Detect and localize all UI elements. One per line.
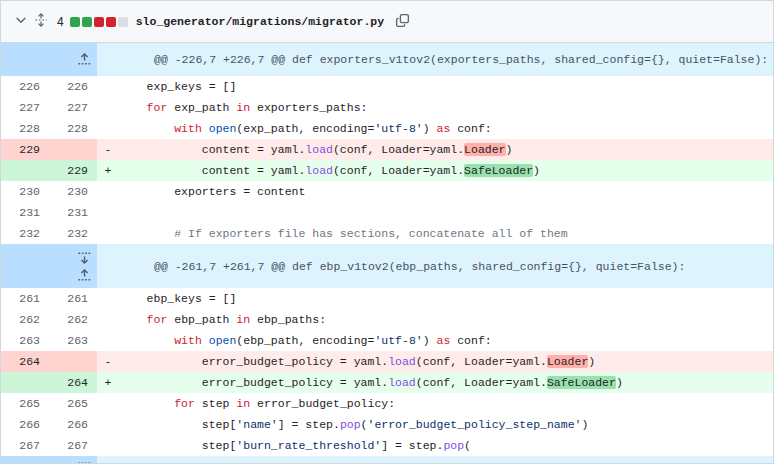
code-segment: load xyxy=(388,376,416,389)
diff-line: 261261 ebp_keys = [] xyxy=(1,288,773,309)
new-line-number[interactable] xyxy=(49,351,97,372)
old-line-number[interactable]: 230 xyxy=(1,181,49,202)
new-line-number[interactable]: 230 xyxy=(49,181,97,202)
expand-down-button[interactable] xyxy=(75,248,93,266)
diff-line: 226226 exp_keys = [] xyxy=(1,76,773,97)
hunk-expander-gutter xyxy=(1,456,97,464)
old-line-number[interactable] xyxy=(1,160,49,181)
old-line-number[interactable]: 231 xyxy=(1,202,49,223)
diff-marker xyxy=(97,435,119,456)
diff-line: 230230 exporters = content xyxy=(1,181,773,202)
expand-up-button[interactable] xyxy=(75,51,93,69)
code-segment: step[ xyxy=(119,439,236,452)
code-segment: conf: xyxy=(450,334,491,347)
unfold-icon xyxy=(34,13,48,30)
code-line: # If exporters file has sections, concat… xyxy=(119,223,773,244)
old-line-number[interactable]: 229 xyxy=(1,139,49,160)
diff-marker xyxy=(97,118,119,139)
diff-marker xyxy=(97,309,119,330)
diff-marker xyxy=(97,223,119,244)
code-segment: for xyxy=(147,313,168,326)
new-line-number[interactable]: 263 xyxy=(49,330,97,351)
old-line-number[interactable]: 264 xyxy=(1,351,49,372)
old-line-number[interactable]: 232 xyxy=(1,223,49,244)
collapse-file-button[interactable] xyxy=(11,10,31,33)
code-segment: for xyxy=(147,101,168,114)
code-segment: ebp_paths: xyxy=(250,313,326,326)
old-line-number[interactable]: 265 xyxy=(1,393,49,414)
diff-marker xyxy=(97,288,119,309)
code-line: content = yaml.load(conf, Loader=yaml.Lo… xyxy=(119,139,773,160)
code-segment xyxy=(202,122,209,135)
hunk-expander-gutter xyxy=(1,43,97,76)
hunk-header-row: @@ -261,7 +261,7 @@ def ebp_v1tov2(ebp_p… xyxy=(1,244,773,288)
old-line-number[interactable] xyxy=(1,372,49,393)
code-segment: ) xyxy=(423,122,437,135)
footer-expander-fill xyxy=(97,456,773,464)
old-line-number[interactable]: 266 xyxy=(1,414,49,435)
footer-expander-row xyxy=(1,456,773,464)
diffstat-square-deletion xyxy=(106,17,116,27)
code-segment: Loader xyxy=(547,355,588,368)
code-segment: pop xyxy=(340,418,361,431)
new-line-number[interactable]: 267 xyxy=(49,435,97,456)
diff-marker: + xyxy=(97,372,119,393)
hunk-header-text: @@ -226,7 +226,7 @@ def exporters_v1tov2… xyxy=(97,43,773,76)
code-segment: ebp_path xyxy=(167,313,236,326)
code-segment: ] = step. xyxy=(381,439,443,452)
new-line-number[interactable]: 232 xyxy=(49,223,97,244)
diff-marker xyxy=(97,393,119,414)
expand-up-button[interactable] xyxy=(75,266,93,284)
old-line-number[interactable]: 263 xyxy=(1,330,49,351)
new-line-number[interactable]: 265 xyxy=(49,393,97,414)
code-line: exporters = content xyxy=(119,181,773,202)
old-line-number[interactable]: 227 xyxy=(1,97,49,118)
new-line-number[interactable]: 262 xyxy=(49,309,97,330)
code-segment: 'utf-8' xyxy=(374,334,422,347)
code-segment: (conf, Loader=yaml. xyxy=(333,143,464,156)
diff-marker xyxy=(97,76,119,97)
new-line-number[interactable]: 228 xyxy=(49,118,97,139)
copy-path-button[interactable] xyxy=(392,10,413,34)
hunk-header-row: @@ -226,7 +226,7 @@ def exporters_v1tov2… xyxy=(1,43,773,76)
old-line-number[interactable]: 262 xyxy=(1,309,49,330)
code-segment: ) xyxy=(423,334,437,347)
code-segment: ) xyxy=(533,164,540,177)
expand-down-button[interactable] xyxy=(75,458,93,464)
code-segment: with xyxy=(174,334,202,347)
code-segment: pop xyxy=(443,439,464,452)
diff-line: 264- error_budget_policy = yaml.load(con… xyxy=(1,351,773,372)
new-line-number[interactable]: 264 xyxy=(49,372,97,393)
code-segment xyxy=(119,227,174,240)
code-line: for exp_path in exporters_paths: xyxy=(119,97,773,118)
code-segment: (ebp_path, encoding= xyxy=(236,334,374,347)
old-line-number[interactable]: 228 xyxy=(1,118,49,139)
code-line: for ebp_path in ebp_paths: xyxy=(119,309,773,330)
diff-marker: - xyxy=(97,139,119,160)
old-line-number[interactable]: 261 xyxy=(1,288,49,309)
code-segment: ( xyxy=(464,439,471,452)
code-line: step['name'] = step.pop('error_budget_po… xyxy=(119,414,773,435)
expand-all-button[interactable] xyxy=(31,10,51,33)
new-line-number[interactable]: 266 xyxy=(49,414,97,435)
new-line-number[interactable]: 227 xyxy=(49,97,97,118)
code-segment: (conf, Loader=yaml. xyxy=(416,355,547,368)
code-segment: in xyxy=(236,101,250,114)
code-segment: conf: xyxy=(450,122,491,135)
new-line-number[interactable]: 229 xyxy=(49,160,97,181)
diff-line: 267267 step['burn_rate_threshold'] = ste… xyxy=(1,435,773,456)
file-diff-panel: 4 slo_generator/migrations/migrator.py @… xyxy=(0,0,774,464)
old-line-number[interactable]: 226 xyxy=(1,76,49,97)
code-segment xyxy=(119,122,174,135)
new-line-number[interactable]: 231 xyxy=(49,202,97,223)
code-segment: (conf, Loader=yaml. xyxy=(333,164,464,177)
code-segment: ) xyxy=(581,418,588,431)
code-segment: error_budget_policy = yaml. xyxy=(119,355,388,368)
code-segment: SafeLoader xyxy=(464,164,533,177)
new-line-number[interactable]: 226 xyxy=(49,76,97,97)
code-line: content = yaml.load(conf, Loader=yaml.Sa… xyxy=(119,160,773,181)
new-line-number[interactable]: 261 xyxy=(49,288,97,309)
old-line-number[interactable]: 267 xyxy=(1,435,49,456)
file-name-link[interactable]: slo_generator/migrations/migrator.py xyxy=(136,15,384,28)
new-line-number[interactable] xyxy=(49,139,97,160)
